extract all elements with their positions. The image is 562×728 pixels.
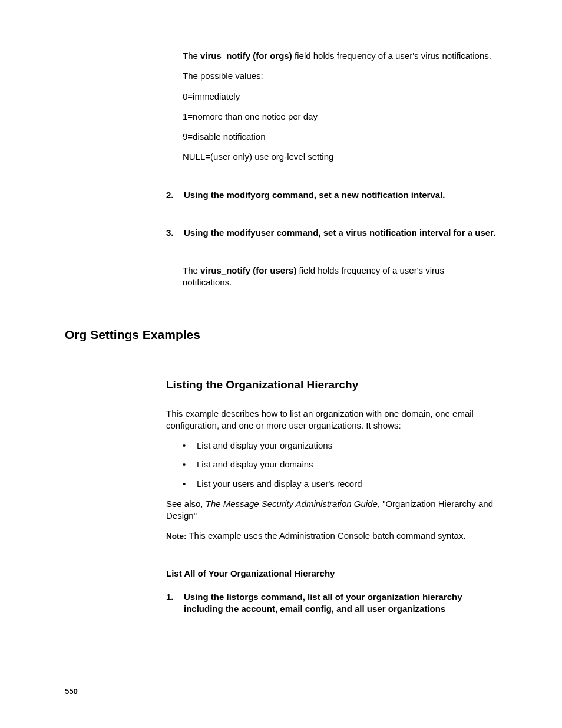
bullet-icon: • xyxy=(183,440,187,452)
field-description-block: The virus_notify (for orgs) field holds … xyxy=(183,50,495,163)
note-text: Note: This example uses the Administrati… xyxy=(166,530,496,542)
step-text: Using the modifyorg command, set a new n… xyxy=(184,189,445,201)
list-item-text: List your users and display a user's rec… xyxy=(197,478,362,490)
list-item-text: List and display your organizations xyxy=(197,440,332,452)
note: Note: This example uses the Administrati… xyxy=(166,530,496,542)
text: field holds frequency of a user's virus … xyxy=(292,51,491,61)
virus-notify-orgs-desc: The virus_notify (for orgs) field holds … xyxy=(183,50,495,62)
list-item: •List and display your domains xyxy=(183,459,495,470)
step-3: 3. Using the modifyuser command, set a v… xyxy=(166,227,496,239)
field-name: virus_notify (for users) xyxy=(200,265,296,275)
text: The xyxy=(183,265,200,275)
field-name: virus_notify (for orgs) xyxy=(200,51,292,61)
list-item: •List and display your organizations xyxy=(183,440,495,452)
bullet-icon: • xyxy=(183,459,187,470)
list-item-text: List and display your domains xyxy=(197,459,313,470)
page-number: 550 xyxy=(65,687,78,696)
reference-title: The Message Security Administration Guid… xyxy=(206,499,378,509)
heading-org-settings-examples: Org Settings Examples xyxy=(65,328,497,342)
section-body: This example describes how to list an or… xyxy=(166,408,496,432)
note-label: Note: xyxy=(166,532,187,541)
step-text: Using the listorgs command, list all of … xyxy=(184,591,496,615)
bullet-list: •List and display your organizations •Li… xyxy=(183,440,495,490)
intro-paragraph: This example describes how to list an or… xyxy=(166,408,496,432)
text: See also, xyxy=(166,499,206,509)
virus-notify-users-desc: The virus_notify (for users) field holds… xyxy=(183,265,495,289)
step-number: 1. xyxy=(166,591,177,615)
see-also-text: See also, The Message Security Administr… xyxy=(166,498,496,522)
heading-list-all-hierarchy: List All of Your Organizational Hierarch… xyxy=(166,568,497,578)
value-null: NULL=(user only) use org-level setting xyxy=(183,151,495,163)
see-also: See also, The Message Security Administr… xyxy=(166,498,496,522)
step-2: 2. Using the modifyorg command, set a ne… xyxy=(166,189,496,201)
text: This example uses the Administration Con… xyxy=(187,531,466,541)
value-0: 0=immediately xyxy=(183,91,495,103)
step-number: 2. xyxy=(166,189,177,201)
field-description-block-2: The virus_notify (for users) field holds… xyxy=(183,265,495,289)
value-1: 1=nomore than one notice per day xyxy=(183,111,495,123)
step-1-list-orgs: 1. Using the listorgs command, list all … xyxy=(166,591,496,615)
step-number: 3. xyxy=(166,227,177,239)
step-text: Using the modifyuser command, set a viru… xyxy=(184,227,495,239)
heading-listing-org-hierarchy: Listing the Organizational Hierarchy xyxy=(166,378,497,391)
bullet-icon: • xyxy=(183,478,187,490)
list-item: •List your users and display a user's re… xyxy=(183,478,495,490)
text: The xyxy=(183,51,200,61)
possible-values-label: The possible values: xyxy=(183,70,495,82)
value-9: 9=disable notification xyxy=(183,131,495,143)
